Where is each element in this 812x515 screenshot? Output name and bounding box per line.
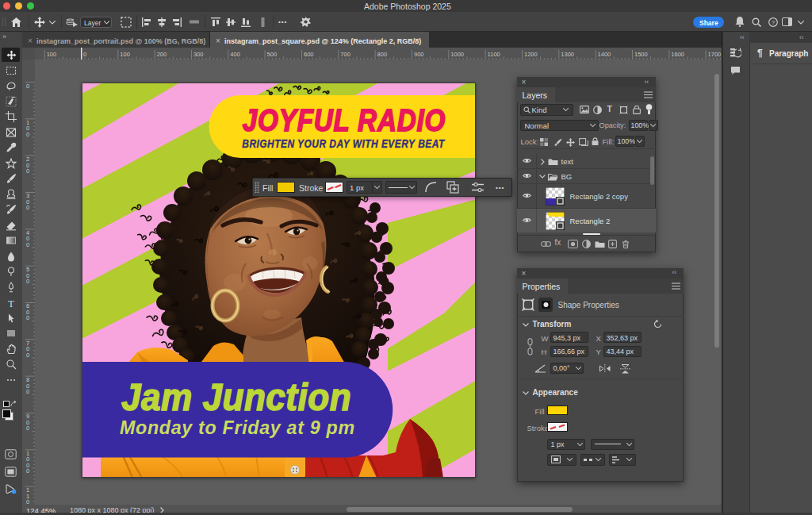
svg-text:1000: 1000 — [450, 51, 464, 58]
svg-text:1700: 1700 — [708, 51, 722, 58]
svg-text:0: 0 — [26, 388, 29, 395]
svg-text:T: T — [8, 298, 14, 309]
svg-text:0: 0 — [26, 467, 29, 475]
svg-text:Monday to Friday at 9 pm: Monday to Friday at 9 pm — [120, 417, 355, 437]
svg-text:0: 0 — [26, 204, 29, 211]
svg-text:0: 0 — [26, 425, 29, 432]
svg-text:0: 0 — [26, 314, 29, 321]
svg-text:Jam Junction: Jam Junction — [121, 375, 351, 418]
svg-text:0: 0 — [26, 167, 29, 175]
svg-text:1100: 1100 — [488, 51, 500, 58]
svg-text:1400: 1400 — [598, 51, 611, 58]
svg-text:1300: 1300 — [561, 51, 574, 58]
svg-text:0: 0 — [26, 352, 29, 359]
svg-text:300: 300 — [193, 51, 204, 58]
svg-text:900: 900 — [414, 51, 424, 58]
svg-text:1200: 1200 — [524, 51, 538, 58]
svg-text:200: 200 — [157, 51, 167, 58]
svg-text:JOYFUL RADIO: JOYFUL RADIO — [242, 102, 445, 137]
svg-text:500: 500 — [267, 51, 278, 58]
svg-text:0: 0 — [26, 498, 29, 505]
svg-text:0: 0 — [26, 278, 29, 285]
svg-text:600: 600 — [304, 51, 314, 58]
svg-text:1500: 1500 — [634, 51, 648, 58]
svg-text:1600: 1600 — [671, 51, 684, 58]
svg-text:0: 0 — [26, 83, 29, 90]
svg-text:700: 700 — [340, 51, 350, 58]
svg-text:BRIGHTEN YOUR DAY WITH EVERY B: BRIGHTEN YOUR DAY WITH EVERY BEAT — [242, 137, 445, 150]
svg-text:0: 0 — [26, 131, 29, 138]
svg-text:100: 100 — [120, 51, 130, 58]
svg-text:0: 0 — [83, 51, 86, 58]
svg-text:0: 0 — [26, 241, 29, 248]
svg-text:?: ? — [772, 18, 776, 25]
svg-text:400: 400 — [230, 51, 240, 58]
svg-text:100: 100 — [47, 51, 57, 58]
svg-text:800: 800 — [377, 51, 388, 58]
